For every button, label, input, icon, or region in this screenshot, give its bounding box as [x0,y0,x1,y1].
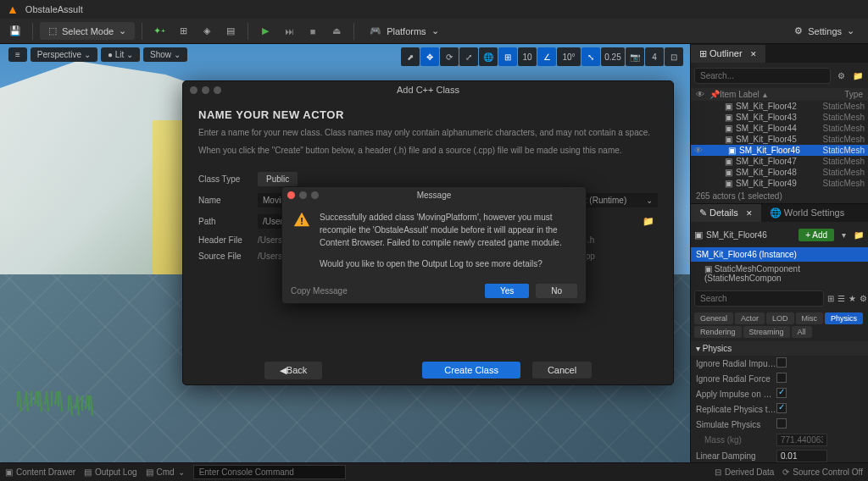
stop-icon[interactable]: ■ [303,22,323,41]
angle-snap-value[interactable]: 10° [557,47,581,66]
traffic-max-icon[interactable] [311,191,319,199]
filter-icon[interactable]: ▾ [837,225,849,244]
apply-impulse-checkbox[interactable] [776,388,787,398]
settings-button[interactable]: ⚙ Settings ⌄ [786,22,863,40]
traffic-close-icon[interactable] [190,86,198,94]
copy-message-button[interactable]: Copy Message [291,286,478,296]
pin-column-icon[interactable]: 📌 [709,90,720,99]
save-icon[interactable]: 💾 [5,22,25,41]
grid-snap-icon[interactable]: ⊞ [498,47,517,66]
outliner-item[interactable]: 👁▣ SM_Kit_Floor46StaticMesh [691,145,868,156]
section-physics[interactable]: ▾ Physics [691,341,868,356]
settings-icon[interactable]: ⚙ [860,289,867,307]
outliner-item[interactable]: ▣ SM_Kit_Floor49StaticMesh [691,178,868,189]
mass-input[interactable] [776,434,827,446]
browse-icon[interactable]: 📁 [853,225,865,244]
source-control-button[interactable]: ⟳ Source Control Off [782,467,863,477]
instance-row[interactable]: SM_Kit_Floor46 (Instance) [691,247,868,262]
camera-speed-value[interactable]: 4 [645,47,664,66]
no-button[interactable]: No [536,284,577,298]
perspective-button[interactable]: Perspective ⌄ [31,47,97,62]
actor-name-field[interactable]: SM_Kit_Floor46 [706,230,795,240]
rotate-tool-icon[interactable]: ⟳ [440,47,459,66]
cancel-button[interactable]: Cancel [532,362,592,379]
close-icon[interactable]: ✕ [746,209,753,218]
message-body-2: Would you like to open the Output Log to… [320,257,576,270]
close-icon[interactable]: ✕ [750,50,757,58]
create-class-button[interactable]: Create Class [422,362,520,379]
console-command-input[interactable] [193,465,346,479]
viewport-menu-button[interactable]: ≡ [8,47,27,62]
output-log-button[interactable]: ▤ Output Log [84,467,136,477]
ignore-radial-impulse-checkbox[interactable] [776,357,787,368]
filter-icon[interactable]: 📁 [851,66,865,85]
tab-details[interactable]: ✎ Details ✕ [691,204,761,222]
traffic-min-icon[interactable] [299,191,307,199]
ignore-radial-force-checkbox[interactable] [776,373,787,383]
yes-button[interactable]: Yes [485,284,529,298]
folder-icon[interactable]: 📁 [639,216,658,227]
outliner-item[interactable]: ▣ SM_Kit_Floor44StaticMesh [691,123,868,134]
marketplace-icon[interactable]: ⊞ [173,22,193,41]
select-tool-icon[interactable]: ⬈ [401,47,420,66]
eject-icon[interactable]: ⏏ [326,22,347,41]
cat-all[interactable]: All [792,326,812,338]
cat-streaming[interactable]: Streaming [743,326,790,338]
show-button[interactable]: Show ⌄ [143,47,187,62]
simulate-physics-checkbox[interactable] [776,418,787,428]
view-list-icon[interactable]: ☰ [837,289,845,307]
camera-speed-icon[interactable]: 📷 [626,47,644,66]
viewport-maximize-icon[interactable]: ⊡ [665,47,683,66]
traffic-min-icon[interactable] [202,86,209,94]
grid-snap-value[interactable]: 10 [518,47,537,66]
derived-data-button[interactable]: ⊟ Derived Data [715,467,774,477]
outliner-item[interactable]: ▣ SM_Kit_Floor45StaticMesh [691,134,868,145]
traffic-close-icon[interactable] [287,191,295,199]
blueprint-icon[interactable]: ◈ [197,22,217,41]
statusbar: ▣ Content Drawer ▤ Output Log ▤ Cmd ⌄ ⊟ … [0,462,868,481]
angle-snap-icon[interactable]: ∠ [537,47,556,66]
replicate-physics-checkbox[interactable] [776,403,787,413]
chevron-down-icon: ⌄ [646,196,653,205]
move-tool-icon[interactable]: ✥ [420,47,439,66]
skip-icon[interactable]: ⏭ [279,22,299,41]
cat-misc[interactable]: Misc [796,312,824,324]
back-button[interactable]: ◀Back [264,362,322,379]
cat-physics[interactable]: Physics [825,312,863,324]
cmd-dropdown[interactable]: ▤ Cmd ⌄ [146,467,185,477]
platforms-button[interactable]: 🎮 Platforms ⌄ [361,22,447,40]
scale-tool-icon[interactable]: ⤢ [459,47,478,66]
play-icon[interactable]: ▶ [255,22,275,41]
outliner-item[interactable]: ▣ SM_Kit_Floor42StaticMesh [691,101,868,112]
favorite-icon[interactable]: ★ [849,289,856,307]
outliner-item[interactable]: ▣ SM_Kit_Floor48StaticMesh [691,167,868,178]
cat-actor[interactable]: Actor [735,312,765,324]
details-search-input[interactable] [694,290,824,307]
add-component-button[interactable]: + Add [798,229,834,241]
coordinate-space-icon[interactable]: 🌐 [479,47,498,66]
add-content-icon[interactable]: ✦+ [149,22,170,41]
public-button[interactable]: Public [258,172,298,186]
tab-world-settings[interactable]: 🌐 World Settings [761,204,853,222]
cat-rendering[interactable]: Rendering [694,326,742,338]
cat-lod[interactable]: LOD [766,312,794,324]
lit-button[interactable]: ● Lit ⌄ [101,47,140,62]
scale-snap-icon[interactable]: ⤡ [581,47,600,66]
cat-general[interactable]: General [694,312,733,324]
view-grid-icon[interactable]: ⊞ [827,289,834,307]
outliner-item[interactable]: ▣ SM_Kit_Floor47StaticMesh [691,156,868,167]
traffic-max-icon[interactable] [214,86,221,94]
content-drawer-button[interactable]: ▣ Content Drawer [5,467,75,477]
select-mode-button[interactable]: ⬚ Select Mode ⌄ [40,22,135,40]
visibility-icon[interactable]: 👁 [694,146,708,155]
cinematics-icon[interactable]: ▤ [220,22,241,41]
tab-outliner[interactable]: ⊞ Outliner ✕ [691,45,765,63]
component-row[interactable]: ▣ StaticMeshComponent (StaticMeshCompon [691,262,868,285]
outliner-list: ▣ SM_Kit_Floor42StaticMesh▣ SM_Kit_Floor… [691,101,868,189]
linear-damping-input[interactable] [776,450,827,462]
outliner-item[interactable]: ▣ SM_Kit_Floor43StaticMesh [691,112,868,123]
outliner-search-input[interactable] [694,68,831,84]
visibility-column-icon[interactable]: 👁 [696,90,709,99]
settings-icon[interactable]: ⚙ [834,66,848,85]
scale-snap-value[interactable]: 0.25 [601,47,625,66]
